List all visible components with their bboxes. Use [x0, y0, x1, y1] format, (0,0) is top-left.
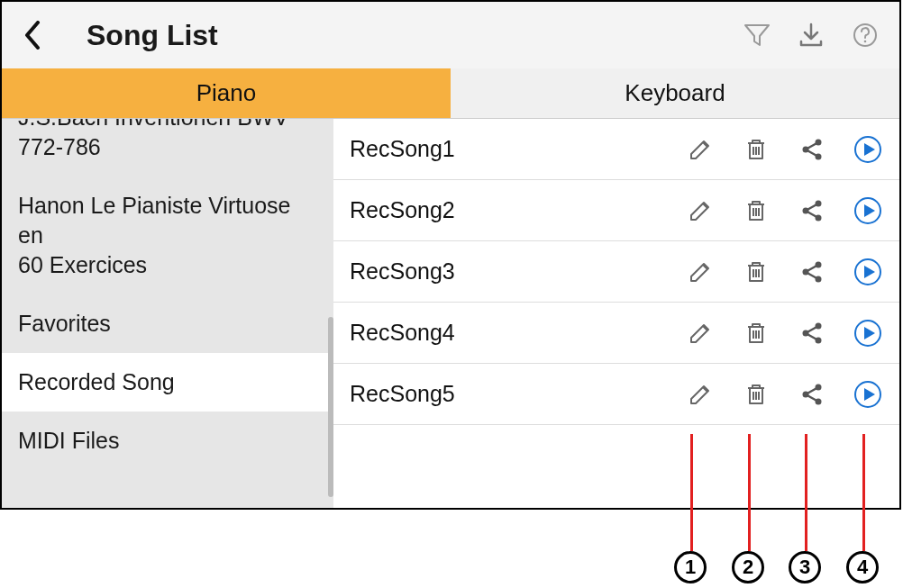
play-button[interactable] — [853, 379, 883, 410]
sidebar-item-label: J.S.Bach Inventionen BWV 772-786 — [18, 119, 288, 159]
song-name: RecSong4 — [350, 320, 685, 346]
trash-icon — [743, 382, 769, 407]
share-button[interactable] — [797, 379, 827, 410]
play-button[interactable] — [853, 134, 883, 165]
play-icon — [853, 196, 882, 225]
svg-marker-12 — [864, 204, 875, 217]
share-button[interactable] — [797, 134, 827, 165]
share-icon — [799, 259, 825, 285]
callout-number: 2 — [732, 551, 764, 583]
play-icon — [853, 319, 882, 348]
song-row[interactable]: RecSong5 — [333, 364, 899, 425]
chevron-left-icon — [23, 21, 41, 50]
edit-button[interactable] — [685, 195, 716, 226]
song-actions — [685, 195, 883, 226]
callout-number: 1 — [674, 551, 707, 583]
song-name: RecSong1 — [350, 136, 685, 162]
tab-label: Piano — [196, 79, 257, 107]
edit-button[interactable] — [685, 257, 716, 287]
song-list: RecSong1RecSong2RecSong3RecSong4RecSong5 — [333, 119, 899, 508]
song-actions — [685, 134, 883, 165]
play-icon — [853, 258, 882, 286]
share-icon — [799, 321, 825, 346]
share-button[interactable] — [797, 257, 827, 287]
svg-marker-17 — [864, 266, 875, 278]
sidebar-item-hanon[interactable]: Hanon Le Pianiste Virtuose en 60 Exercic… — [2, 176, 333, 294]
tab-label: Keyboard — [625, 79, 725, 107]
tab-piano[interactable]: Piano — [2, 68, 451, 118]
header-bar: Song List — [2, 2, 899, 68]
song-row[interactable]: RecSong3 — [333, 241, 899, 303]
tabs: Piano Keyboard — [2, 68, 899, 119]
trash-icon — [743, 321, 769, 346]
sidebar-item-label: MIDI Files — [18, 428, 120, 453]
share-icon — [799, 137, 825, 162]
svg-marker-27 — [864, 388, 875, 401]
callout-line — [805, 434, 807, 551]
trash-icon — [743, 198, 769, 223]
svg-point-2 — [864, 41, 867, 43]
sidebar-item-midi[interactable]: MIDI Files — [2, 412, 333, 470]
help-icon — [852, 22, 879, 49]
play-button[interactable] — [853, 318, 883, 348]
pencil-icon — [688, 321, 713, 346]
sidebar-item-recorded[interactable]: Recorded Song — [2, 353, 333, 412]
pencil-icon — [688, 382, 713, 407]
trash-icon — [743, 137, 769, 162]
svg-marker-7 — [864, 143, 875, 156]
pencil-icon — [688, 137, 713, 162]
song-name: RecSong2 — [350, 197, 685, 223]
download-icon — [798, 22, 825, 49]
sidebar-item-label: Recorded Song — [18, 369, 175, 394]
page-title: Song List — [87, 19, 739, 52]
tab-keyboard[interactable]: Keyboard — [451, 68, 899, 118]
trash-icon — [743, 259, 769, 285]
sidebar-item-label: Hanon Le Pianiste Virtuose en 60 Exercic… — [18, 193, 291, 277]
pencil-icon — [688, 198, 713, 223]
song-row[interactable]: RecSong1 — [333, 119, 899, 180]
content-body: J.S.Bach Inventionen BWV 772-786 Hanon L… — [2, 119, 899, 508]
pencil-icon — [688, 259, 713, 285]
song-actions — [685, 318, 883, 348]
share-button[interactable] — [797, 195, 827, 226]
play-icon — [853, 135, 882, 164]
play-icon — [853, 380, 882, 409]
sidebar-item-bach[interactable]: J.S.Bach Inventionen BWV 772-786 — [2, 119, 333, 176]
delete-button[interactable] — [741, 379, 771, 410]
song-name: RecSong3 — [350, 258, 685, 285]
filter-button[interactable] — [739, 17, 775, 53]
help-button[interactable] — [847, 17, 883, 53]
share-button[interactable] — [797, 318, 827, 348]
share-icon — [799, 382, 825, 407]
callout-line — [690, 434, 693, 551]
callout-line — [748, 434, 751, 551]
edit-button[interactable] — [685, 318, 716, 348]
delete-button[interactable] — [741, 318, 771, 348]
funnel-icon — [743, 22, 771, 49]
play-button[interactable] — [853, 257, 883, 287]
share-icon — [799, 198, 825, 223]
song-actions — [685, 257, 883, 287]
song-row[interactable]: RecSong4 — [333, 303, 899, 364]
svg-marker-22 — [864, 327, 875, 339]
callout-number: 4 — [846, 551, 879, 583]
sidebar-item-favorites[interactable]: Favorites — [2, 294, 333, 353]
delete-button[interactable] — [741, 134, 771, 165]
song-row[interactable]: RecSong2 — [333, 180, 899, 241]
back-button[interactable] — [13, 15, 52, 55]
song-name: RecSong5 — [350, 381, 685, 407]
sidebar-item-label: Favorites — [18, 311, 111, 336]
download-button[interactable] — [793, 17, 829, 53]
callout-line — [862, 434, 865, 551]
edit-button[interactable] — [685, 134, 716, 165]
delete-button[interactable] — [741, 257, 771, 287]
play-button[interactable] — [853, 195, 883, 226]
song-actions — [685, 379, 883, 410]
sidebar-scroll: J.S.Bach Inventionen BWV 772-786 Hanon L… — [2, 119, 333, 470]
sidebar-scrollbar-thumb[interactable] — [328, 317, 333, 497]
header-actions — [739, 17, 883, 53]
delete-button[interactable] — [741, 195, 771, 226]
category-sidebar: J.S.Bach Inventionen BWV 772-786 Hanon L… — [2, 119, 333, 508]
edit-button[interactable] — [685, 379, 716, 410]
app-window: Song List Piano — [0, 0, 901, 510]
